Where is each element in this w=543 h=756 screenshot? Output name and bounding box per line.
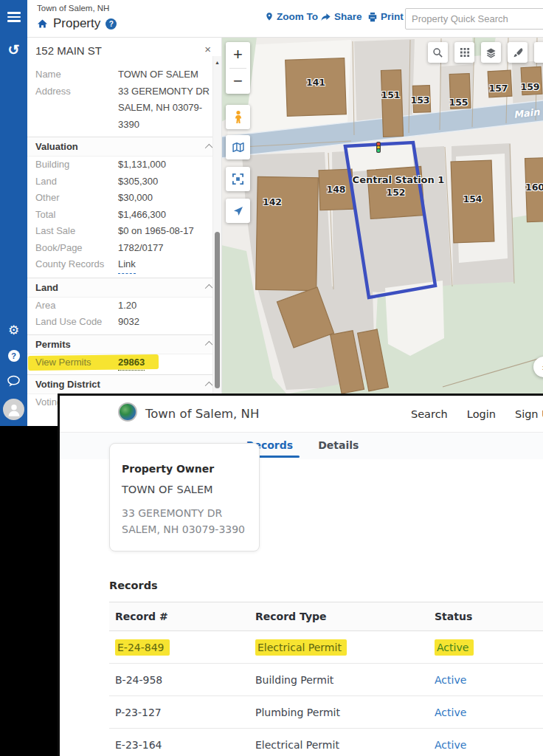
row-book-page: Book/Page1782/0177 [27, 240, 221, 257]
record-number: E-24-849 [115, 639, 170, 656]
extent-icon [232, 173, 244, 185]
basemap-button[interactable] [226, 135, 250, 159]
zoom-in-button[interactable]: + [226, 44, 250, 66]
print-button[interactable]: Print [367, 11, 404, 22]
field-address: Address 33 GEREMONTY DR SALEM, NH 03079-… [27, 83, 221, 134]
nav-login-link[interactable]: Login [467, 408, 496, 420]
panel-scrollbar[interactable]: ▲ [212, 56, 221, 426]
zoom-to-button[interactable]: Zoom To [265, 11, 318, 22]
record-status-link[interactable]: Active [435, 639, 474, 656]
black-backdrop [0, 426, 60, 756]
table-row[interactable]: B-24-958 Building Permit Active [109, 664, 543, 696]
nav-signup-link[interactable]: Sign Up [515, 408, 543, 420]
section-valuation[interactable]: Valuation [27, 137, 221, 157]
owner-card: Property Owner TOWN OF SALEM 33 GEREMONT… [109, 443, 260, 551]
navigation-arrow-icon [232, 205, 244, 217]
county-records-link[interactable]: Link [118, 256, 136, 274]
permit-portal-window: Town of Salem, NH Search Login Sign Up R… [58, 394, 543, 756]
col-record-type: Record Type [249, 611, 429, 622]
view-permits-link[interactable]: 29863 [118, 355, 145, 371]
town-seal-logo [118, 402, 137, 422]
row-land-value: Land$305,300 [27, 173, 221, 190]
record-status-link[interactable]: Active [435, 674, 466, 686]
locate-button[interactable] [226, 199, 250, 223]
section-permits[interactable]: Permits [27, 334, 221, 354]
row-last-sale: Last Sale$0 on 1965-08-17 [27, 223, 221, 240]
record-type: Electrical Permit [255, 739, 339, 751]
gear-icon[interactable]: ⚙ [0, 321, 27, 339]
pegman-icon [231, 110, 246, 125]
page-title: Property ? [37, 16, 117, 31]
quick-search-input[interactable] [405, 8, 543, 30]
edge-tool-button[interactable] [534, 42, 543, 63]
row-county-records: County RecordsLink [27, 256, 221, 274]
portal-nav: Search Login Sign Up [411, 396, 543, 432]
layers-button[interactable] [481, 42, 501, 63]
record-number: B-24-958 [115, 674, 162, 686]
menu-icon[interactable] [0, 8, 27, 26]
property-panel: 152 MAIN ST × Name TOWN OF SALEM Address… [27, 37, 222, 426]
search-icon [432, 47, 443, 58]
records-table-header: Record # Record Type Status [109, 602, 543, 631]
record-type: Electrical Permit [255, 639, 347, 656]
brush-icon [512, 47, 523, 58]
zoom-out-button[interactable]: − [226, 70, 250, 92]
app-header: Town of Salem, NH Property ? Zoom To Sha… [27, 0, 543, 38]
map-icon [232, 141, 245, 154]
page-help-icon[interactable]: ? [106, 18, 117, 30]
print-icon [367, 12, 378, 22]
speech-bubble-icon [7, 375, 21, 388]
person-icon [6, 402, 22, 418]
avatar[interactable] [3, 399, 24, 420]
pegman-button[interactable] [226, 105, 250, 129]
section-voting-district[interactable]: Voting District [27, 374, 221, 394]
help-icon[interactable]: ? [0, 347, 27, 365]
row-view-permits: View Permits 29863 [27, 354, 221, 371]
history-icon[interactable]: ↺ [0, 41, 27, 58]
share-button[interactable]: Share [320, 11, 362, 22]
app-site-name: Town of Salem, NH [37, 4, 109, 13]
row-building: Building$1,131,000 [27, 157, 221, 173]
chat-icon[interactable] [0, 372, 27, 390]
owner-name: TOWN OF SALEM [122, 484, 247, 495]
field-name: Name TOWN OF SALEM [27, 66, 221, 83]
hamburger-bars [7, 16, 21, 18]
map-search-button[interactable] [428, 42, 448, 63]
close-icon[interactable]: × [204, 44, 211, 55]
layers-icon [485, 47, 497, 58]
record-number: P-23-127 [115, 707, 162, 718]
draw-button[interactable] [508, 42, 528, 63]
row-other: Other$30,000 [27, 190, 221, 207]
app-sidebar: ↺ ⚙ ? [0, 0, 27, 426]
tab-details[interactable]: Details [317, 433, 360, 457]
parcel-map[interactable]: 141 151 153 155 157 159 142 148 152 154 … [221, 37, 543, 394]
scrollbar-thumb[interactable] [215, 232, 220, 388]
home-icon[interactable] [37, 18, 48, 29]
page-title-label: Property [53, 16, 100, 31]
scroll-up-icon[interactable]: ▲ [213, 60, 221, 65]
row-total: Total$1,466,300 [27, 207, 221, 224]
table-row[interactable]: P-23-127 Plumbing Permit Active [109, 696, 543, 729]
grid-button[interactable] [454, 42, 474, 63]
table-row[interactable]: E-23-164 Electrical Permit Active [109, 729, 543, 756]
nav-search-link[interactable]: Search [411, 408, 448, 420]
record-type: Plumbing Permit [255, 707, 340, 718]
portal-header: Town of Salem, NH Search Login Sign Up [60, 396, 543, 432]
table-row[interactable]: E-24-849 Electrical Permit Active [109, 631, 543, 664]
col-record-number: Record # [109, 611, 249, 622]
record-status-link[interactable]: Active [435, 707, 466, 718]
record-status-link[interactable]: Active [435, 739, 466, 751]
extent-button[interactable] [226, 167, 250, 191]
panel-title: 152 MAIN ST [27, 37, 221, 66]
record-number: E-23-164 [115, 739, 162, 751]
screen: ↺ ⚙ ? Town of Salem, NH Property ? [0, 0, 543, 756]
records-heading: Records [109, 580, 158, 591]
record-type: Building Permit [255, 674, 333, 686]
section-land[interactable]: Land [27, 278, 221, 298]
col-status: Status [429, 611, 543, 622]
row-area: Area1.20 [27, 298, 221, 315]
owner-address: 33 GEREMONTY DR SALEM, NH 03079-3390 [122, 505, 247, 537]
pin-icon [265, 11, 274, 22]
portal-site-name: Town of Salem, NH [145, 396, 259, 432]
share-icon [320, 12, 331, 22]
